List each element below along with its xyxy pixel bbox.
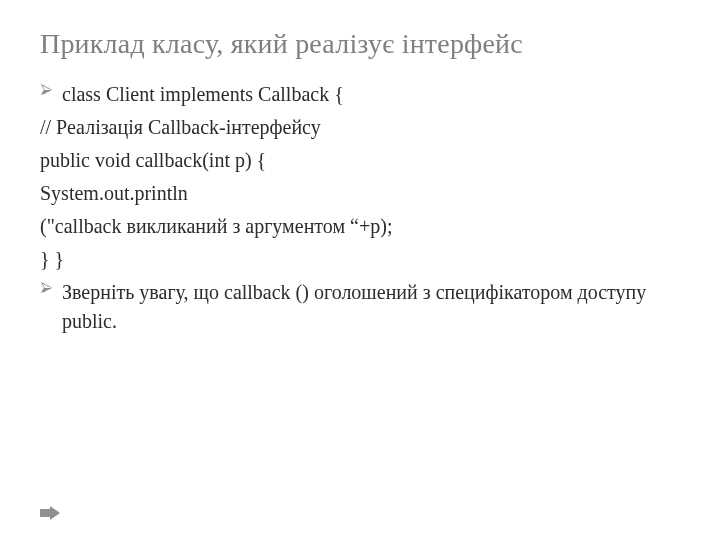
svg-marker-0	[40, 506, 60, 520]
slide: Приклад класу, який реалізує інтерфейс ⮚…	[0, 0, 720, 540]
code-text: class Client implements Callback {	[62, 83, 344, 105]
code-line-5: ("callback викликаний з аргументом “+p);	[40, 212, 680, 241]
note-line: ⮚ Зверніть увагу, що callback () оголоше…	[40, 278, 680, 336]
code-line-4: System.out.println	[40, 179, 680, 208]
footer-arrow-icon	[40, 506, 60, 520]
code-line-6: } }	[40, 245, 680, 274]
code-line-1: ⮚ class Client implements Callback {	[40, 80, 680, 109]
code-line-2: // Реалізація Callback-інтерфейсу	[40, 113, 680, 142]
bullet-icon: ⮚	[40, 280, 54, 298]
note-text: Зверніть увагу, що callback () оголошени…	[62, 281, 646, 332]
bullet-icon: ⮚	[40, 82, 54, 100]
code-line-3: public void callback(int p) {	[40, 146, 680, 175]
slide-body: ⮚ class Client implements Callback { // …	[40, 80, 680, 336]
slide-title: Приклад класу, який реалізує інтерфейс	[40, 28, 680, 60]
